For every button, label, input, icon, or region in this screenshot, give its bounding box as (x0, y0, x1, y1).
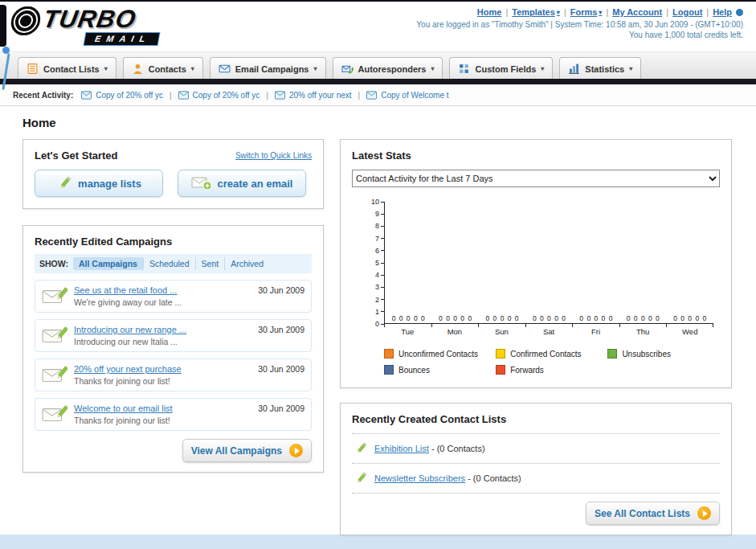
envelope-icon (81, 91, 92, 100)
arrow-right-icon (697, 506, 711, 520)
x-axis-label: Sun (478, 324, 525, 336)
contact-list: Exhibition List - (0 Contacts) Newslette… (352, 433, 720, 494)
tab-label: Statistics (585, 64, 624, 74)
envelope-icon (178, 91, 189, 100)
tab-statistics[interactable]: Statistics▾ (559, 57, 641, 79)
campaign-title-link[interactable]: 20% off your next purchase (74, 364, 251, 374)
see-all-contact-lists-button[interactable]: See All Contact Lists (586, 502, 720, 525)
campaign-subtitle: Thanks for joining our list! (74, 416, 251, 425)
legend-label: Unsubscribes (622, 350, 671, 358)
chevron-down-icon: ▾ (191, 65, 194, 72)
y-tick-label: 1 (368, 308, 384, 316)
statistics-icon (568, 63, 580, 75)
legend-item: Bounces (384, 365, 496, 375)
filter-scheduled[interactable]: Scheduled (144, 257, 196, 270)
filter-archived[interactable]: Archived (225, 257, 269, 270)
pencil-icon (56, 175, 72, 191)
view-all-campaigns-button[interactable]: View All Campaigns (182, 439, 312, 462)
custom-fields-icon (458, 63, 470, 75)
recent-activity-item[interactable]: Copy of Welcome t (366, 91, 448, 100)
contact-count: - (0 Contacts) (465, 473, 521, 483)
email-campaigns-icon (219, 63, 231, 75)
corner-dot-icon (736, 9, 743, 16)
logo-area: TURBO EMAIL (0, 2, 241, 51)
chart-x-labels: TueMonSunSatFriThuWed (384, 324, 713, 336)
y-tick-label: 5 (368, 259, 384, 267)
x-axis-label: Mon (431, 324, 479, 336)
legend-swatch (496, 349, 505, 358)
tab-email-campaigns[interactable]: Email Campaigns▾ (210, 57, 326, 79)
campaign-edit-icon (42, 285, 67, 306)
chevron-down-icon: ▾ (431, 65, 434, 72)
y-tick-label: 8 (368, 222, 384, 230)
create-email-button[interactable]: create an email (178, 170, 306, 197)
left-column: Let's Get Started Switch to Quick Links … (22, 139, 324, 473)
bar-value-labels: 0 0 0 0 0 (619, 314, 666, 322)
recent-activity-label: Recent Activity: (13, 91, 73, 100)
separator: | (170, 91, 172, 100)
switch-quick-links-link[interactable]: Switch to Quick Links (235, 151, 312, 160)
legend-swatch (384, 349, 394, 358)
stats-period-select[interactable]: Contact Activity for the Last 7 Days (352, 170, 720, 187)
nav-divider-bar (0, 79, 756, 84)
tab-autoresponders[interactable]: Autoresponders▾ (333, 57, 443, 79)
top-link-logout[interactable]: Logout (672, 7, 702, 17)
x-axis-label: Thu (619, 324, 667, 336)
recent-activity-item[interactable]: Copy of 20% off yc (81, 91, 163, 100)
y-tick-label: 4 (368, 271, 384, 279)
logo-strip (0, 5, 6, 47)
latest-stats-title: Latest Stats (352, 150, 720, 162)
campaign-title-link[interactable]: Welcome to our email list (74, 404, 251, 413)
tab-custom-fields[interactable]: Custom Fields▾ (449, 57, 553, 79)
campaign-subtitle: Thanks for joining our list! (74, 376, 251, 386)
legend-label: Unconfirmed Contacts (398, 350, 478, 358)
campaign-date: 30 Jun 2009 (258, 325, 304, 334)
contact-list-link[interactable]: Exhibition List (374, 444, 429, 453)
logo-word-email: EMAIL (84, 33, 160, 45)
campaigns-filter-bar: SHOW: All Campaigns Scheduled Sent Archi… (35, 254, 312, 273)
manage-lists-button[interactable]: manage lists (35, 170, 163, 197)
top-link-templates[interactable]: Templates▾ (512, 7, 560, 17)
tab-contact-lists[interactable]: Contact Lists▾ (18, 57, 116, 79)
filter-all-campaigns[interactable]: All Campaigns (73, 257, 144, 270)
separator: | (706, 7, 709, 17)
top-link-my-account[interactable]: My Account (612, 7, 662, 17)
logo-text: TURBO EMAIL (43, 6, 158, 45)
legend-item: Forwards (496, 365, 607, 375)
envelope-icon (275, 91, 285, 100)
contact-list-link[interactable]: Newsletter Subscribers (374, 473, 465, 483)
right-column: Latest Stats Contact Activity for the La… (340, 139, 732, 535)
show-label: SHOW: (39, 259, 68, 268)
recent-activity-item[interactable]: 20% off your next (275, 91, 352, 100)
separator: | (564, 7, 566, 17)
legend-label: Bounces (398, 366, 430, 375)
app-logo[interactable]: TURBO EMAIL (11, 6, 241, 45)
separator: | (666, 7, 668, 17)
legend-swatch (607, 349, 617, 358)
campaign-title-link[interactable]: Introducing our new range ... (74, 325, 251, 334)
filter-sent[interactable]: Sent (196, 257, 226, 270)
top-nav: Home| Templates▾| Forms▾| My Account| Lo… (416, 7, 743, 17)
logo-word-turbo: TURBO (41, 6, 161, 31)
separator: | (505, 7, 508, 17)
top-link-label: Templates (512, 7, 555, 17)
activity-item-label: Copy of 20% off yc (96, 91, 163, 100)
y-tick-label: 9 (368, 210, 384, 218)
campaign-row: Welcome to our email list Thanks for joi… (35, 398, 312, 431)
bar-value-labels: 0 0 0 0 0 (525, 314, 572, 322)
campaign-title-link[interactable]: See us at the retail food ... (74, 285, 251, 295)
top-link-forms[interactable]: Forms▾ (570, 7, 603, 17)
contacts-icon (132, 63, 144, 75)
top-link-home[interactable]: Home (477, 7, 502, 17)
recent-campaigns-panel: Recently Edited Campaigns SHOW: All Camp… (22, 225, 324, 473)
contact-activity-chart: 109876543210 0 0 0 0 00 0 0 0 00 0 0 0 0… (363, 202, 713, 324)
tab-contacts[interactable]: Contacts▾ (123, 57, 203, 79)
create-email-label: create an email (218, 178, 293, 190)
campaign-list: See us at the retail food ... We're givi… (35, 280, 312, 431)
recent-activity-item[interactable]: Copy of 20% off yc (178, 91, 260, 100)
pencil-icon (353, 471, 368, 485)
tab-label: Autoresponders (358, 64, 427, 74)
top-link-help[interactable]: Help (713, 7, 732, 17)
chart-plot-area: 0 0 0 0 00 0 0 0 00 0 0 0 00 0 0 0 00 0 … (384, 202, 713, 324)
chart-zero-labels: 0 0 0 0 00 0 0 0 00 0 0 0 00 0 0 0 00 0 … (385, 314, 713, 322)
